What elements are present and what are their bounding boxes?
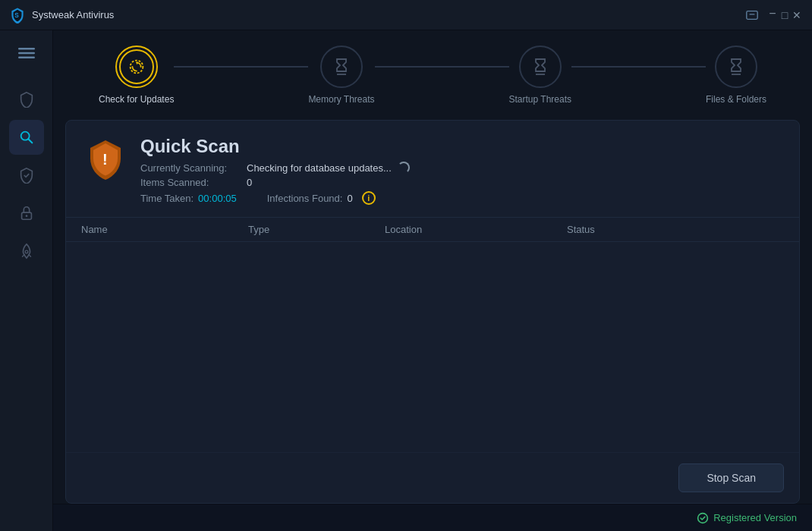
info-icon[interactable]: i xyxy=(362,191,376,205)
table-header: Name Type Location Status xyxy=(66,217,799,242)
sidebar-item-scan[interactable] xyxy=(9,120,44,155)
svg-point-9 xyxy=(25,215,27,217)
col-status: Status xyxy=(558,218,694,241)
step-circle-memory xyxy=(320,46,363,88)
loading-spinner xyxy=(398,162,410,174)
connector-1 xyxy=(174,66,308,68)
registered-check-icon xyxy=(697,512,709,524)
svg-rect-2 xyxy=(749,14,754,14)
currently-scanning-label: Currently Scanning: xyxy=(140,162,247,174)
step-memory: Memory Threats xyxy=(308,46,374,105)
hourglass-icon-files xyxy=(727,58,745,76)
content-area: Check for Updates Memory Threats xyxy=(53,30,812,531)
items-scanned-value: 0 xyxy=(247,177,252,188)
step-label-memory: Memory Threats xyxy=(308,94,374,105)
table-body xyxy=(78,242,787,363)
step-label-startup: Startup Threats xyxy=(509,94,572,105)
sidebar xyxy=(0,30,53,531)
scan-footer: Stop Scan xyxy=(66,452,799,503)
hourglass-icon-memory xyxy=(332,58,351,76)
time-taken-label: Time Taken: xyxy=(140,193,194,204)
maximize-button[interactable]: □ xyxy=(779,9,791,21)
scan-panel: ! Quick Scan Currently Scanning: Checkin… xyxy=(65,120,800,504)
step-updates: Check for Updates xyxy=(99,46,174,105)
col-name: Name xyxy=(72,218,239,241)
registered-badge: Registered Version xyxy=(697,512,797,524)
svg-text:!: ! xyxy=(102,151,108,168)
svg-rect-5 xyxy=(18,57,35,59)
col-type: Type xyxy=(239,218,376,241)
progress-steps: Check for Updates Memory Threats xyxy=(53,30,812,120)
sidebar-item-shield[interactable] xyxy=(9,158,44,193)
col-location: Location xyxy=(376,218,558,241)
items-scanned-row: Items Scanned: 0 xyxy=(140,177,781,188)
connector-2 xyxy=(375,66,509,68)
scanning-status: Checking for database updates... xyxy=(247,162,392,174)
svg-point-11 xyxy=(130,61,143,74)
svg-text:S: S xyxy=(14,11,19,18)
menu-icon xyxy=(18,45,35,61)
svg-point-13 xyxy=(698,513,708,523)
currently-scanning-row: Currently Scanning: Checking for databas… xyxy=(140,162,781,174)
stats-row: Time Taken: 00:00:05 Infections Found: 0… xyxy=(140,191,781,205)
connector-3 xyxy=(571,66,706,68)
stop-scan-button[interactable]: Stop Scan xyxy=(678,463,784,492)
shield-warning-icon: ! xyxy=(84,137,127,180)
title-bar: S Systweak Antivirus − □ ✕ xyxy=(0,0,812,30)
svg-rect-3 xyxy=(18,48,35,50)
sidebar-item-security[interactable] xyxy=(9,196,44,231)
step-startup: Startup Threats xyxy=(509,46,572,105)
infections-label: Infections Found: xyxy=(267,193,343,204)
shield-icon xyxy=(18,91,35,108)
step-label-files: Files & Folders xyxy=(706,94,766,105)
app-footer: Registered Version xyxy=(53,504,812,531)
svg-line-7 xyxy=(28,139,32,143)
search-scan-icon xyxy=(18,129,35,146)
col-extra xyxy=(694,218,793,241)
scan-info: Quick Scan Currently Scanning: Checking … xyxy=(140,136,781,205)
time-taken-stat: Time Taken: 00:00:05 xyxy=(140,193,237,204)
app-logo: S Systweak Antivirus xyxy=(9,7,745,24)
scanning-value: Checking for database updates... xyxy=(247,162,410,174)
scan-table xyxy=(78,242,787,452)
lock-icon xyxy=(18,205,35,222)
svg-point-10 xyxy=(25,250,28,253)
time-taken-value: 00:00:05 xyxy=(198,193,237,204)
step-label-updates: Check for Updates xyxy=(99,94,174,105)
step-files: Files & Folders xyxy=(706,46,766,105)
items-scanned-label: Items Scanned: xyxy=(140,177,247,188)
scan-shield-icon: ! xyxy=(84,137,127,180)
hourglass-icon-startup xyxy=(531,58,549,76)
taskbar-icon[interactable] xyxy=(745,8,759,22)
scan-header: ! Quick Scan Currently Scanning: Checkin… xyxy=(66,121,799,217)
app-title: Systweak Antivirus xyxy=(32,9,114,20)
infections-found-stat: Infections Found: 0 i xyxy=(267,191,376,205)
minimize-button[interactable]: − xyxy=(766,9,779,21)
close-button[interactable]: ✕ xyxy=(791,9,803,21)
registered-text: Registered Version xyxy=(713,512,797,523)
svg-rect-4 xyxy=(18,52,35,55)
sidebar-item-protection[interactable] xyxy=(9,82,44,117)
step-circle-files xyxy=(715,46,757,88)
step-circle-startup xyxy=(519,46,562,88)
infections-value: 0 xyxy=(347,193,352,204)
sidebar-item-boost[interactable] xyxy=(9,234,44,269)
step-circle-updates xyxy=(115,46,158,88)
svg-rect-1 xyxy=(747,11,757,19)
scan-title: Quick Scan xyxy=(140,136,781,157)
menu-button[interactable] xyxy=(11,39,42,67)
logo-icon: S xyxy=(9,7,26,24)
refresh-icon xyxy=(127,57,146,77)
rocket-icon xyxy=(18,243,35,259)
check-shield-icon xyxy=(18,167,35,184)
main-layout: Check for Updates Memory Threats xyxy=(0,30,812,531)
